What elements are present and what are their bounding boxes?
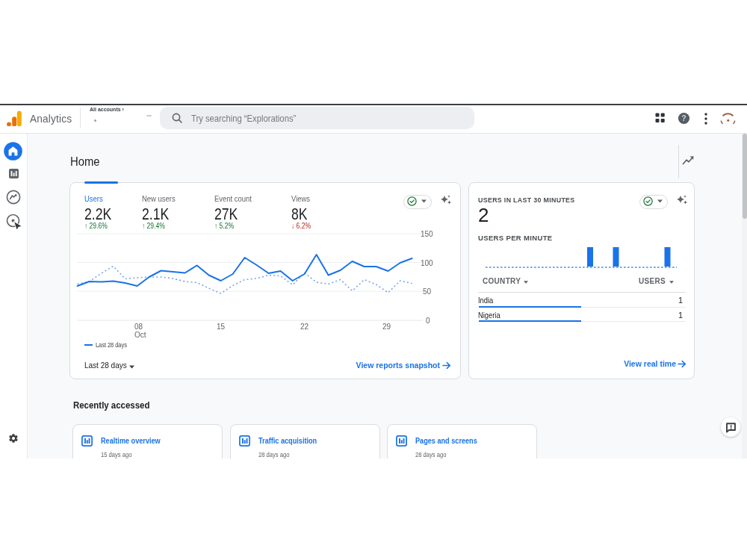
- svg-text:?: ?: [681, 113, 686, 122]
